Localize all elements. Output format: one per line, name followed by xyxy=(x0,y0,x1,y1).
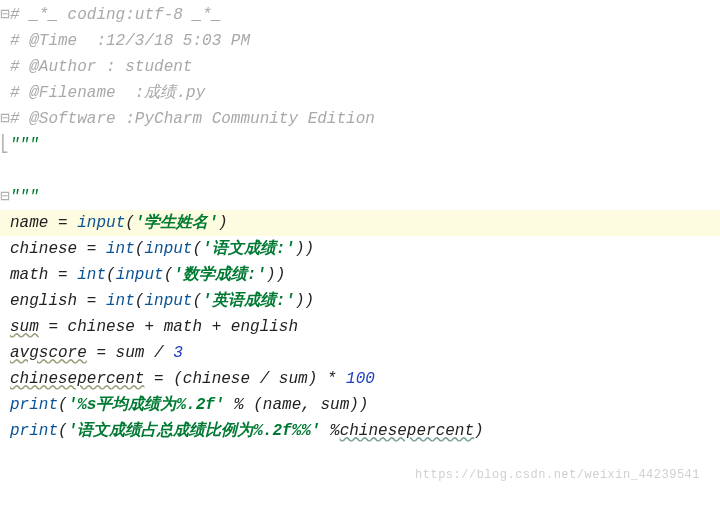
paren: ( xyxy=(58,422,68,440)
code-line[interactable]: chinesepercent = (chinese / sum) * 100 xyxy=(0,366,720,392)
builtin-print: print xyxy=(10,422,58,440)
code-line[interactable]: ⊟# _*_ coding:utf-8 _*_ xyxy=(0,2,720,28)
code-line[interactable]: print('语文成绩占总成绩比例为%.2f%%' %chinesepercen… xyxy=(0,418,720,496)
gutter xyxy=(0,262,10,288)
paren: )) xyxy=(295,292,314,310)
code-line[interactable]: # @Filename :成绩.py xyxy=(0,80,720,106)
expression: % (name, sum)) xyxy=(224,396,368,414)
paren: ) xyxy=(218,214,228,232)
paren: )) xyxy=(266,266,285,284)
string-literal: '英语成绩:' xyxy=(202,292,295,310)
gutter-branch-icon: ⎣ xyxy=(0,132,10,158)
builtin-input: input xyxy=(116,266,164,284)
gutter-fold-icon[interactable]: ⊟ xyxy=(0,184,10,210)
paren: ( xyxy=(192,292,202,310)
paren: ( xyxy=(106,266,116,284)
code-line[interactable]: ⊟# @Software :PyCharm Community Edition xyxy=(0,106,720,132)
code-line-blank[interactable] xyxy=(0,158,720,184)
variable-warning: chinesepercent xyxy=(340,422,474,440)
gutter xyxy=(0,288,10,314)
paren: ( xyxy=(192,240,202,258)
paren: ( xyxy=(135,240,145,258)
code-line[interactable]: sum = chinese + math + english xyxy=(0,314,720,340)
number-literal: 3 xyxy=(173,344,183,362)
docstring-quote: """ xyxy=(10,136,39,154)
comment: # @Filename :成绩.py xyxy=(10,84,205,102)
paren: ) xyxy=(474,422,484,440)
paren: ( xyxy=(58,396,68,414)
comment: # @Time :12/3/18 5:03 PM xyxy=(10,32,250,50)
builtin-int: int xyxy=(106,240,135,258)
variable-warning: chinesepercent xyxy=(10,370,144,388)
variable-shadow-warning: sum xyxy=(10,318,39,336)
gutter xyxy=(0,392,10,418)
paren: )) xyxy=(295,240,314,258)
watermark-text: https://blog.csdn.net/weixin_44239541 xyxy=(415,462,700,488)
expression: = sum / xyxy=(87,344,173,362)
variable-warning: avgscore xyxy=(10,344,87,362)
number-literal: 100 xyxy=(346,370,375,388)
expression: = chinese + math + english xyxy=(39,318,298,336)
builtin-int: int xyxy=(106,292,135,310)
gutter xyxy=(0,314,10,340)
gutter xyxy=(0,28,10,54)
builtin-input: input xyxy=(77,214,125,232)
paren: ( xyxy=(125,214,135,232)
code-line[interactable]: english = int(input('英语成绩:')) xyxy=(0,288,720,314)
gutter xyxy=(0,158,10,184)
code-line[interactable]: # @Time :12/3/18 5:03 PM xyxy=(0,28,720,54)
operator: % xyxy=(320,422,339,440)
gutter-fold-icon[interactable]: ⊟ xyxy=(0,2,10,28)
builtin-input: input xyxy=(144,292,192,310)
assignment: english = xyxy=(10,292,106,310)
assignment: math = xyxy=(10,266,77,284)
string-literal: '%s平均成绩为%.2f' xyxy=(68,396,225,414)
code-line[interactable]: ⊟""" xyxy=(0,184,720,210)
string-literal: '语文成绩占总成绩比例为%.2f%%' xyxy=(68,422,321,440)
string-literal: '学生姓名' xyxy=(135,214,218,232)
code-line[interactable]: avgscore = sum / 3 xyxy=(0,340,720,366)
gutter xyxy=(0,210,10,236)
assignment: chinese = xyxy=(10,240,106,258)
gutter xyxy=(0,340,10,366)
builtin-print: print xyxy=(10,396,58,414)
code-editor[interactable]: ⊟# _*_ coding:utf-8 _*_ # @Time :12/3/18… xyxy=(0,0,720,496)
string-literal: '数学成绩:' xyxy=(173,266,266,284)
code-line[interactable]: ⎣""" xyxy=(0,132,720,158)
code-line[interactable]: print('%s平均成绩为%.2f' % (name, sum)) xyxy=(0,392,720,418)
gutter xyxy=(0,366,10,392)
gutter-fold-icon[interactable]: ⊟ xyxy=(0,106,10,132)
gutter xyxy=(0,80,10,106)
code-line-highlighted[interactable]: name = input('学生姓名') xyxy=(0,210,720,236)
gutter xyxy=(0,54,10,80)
string-literal: '语文成绩:' xyxy=(202,240,295,258)
builtin-input: input xyxy=(144,240,192,258)
paren: ( xyxy=(164,266,174,284)
code-line[interactable]: # @Author : student xyxy=(0,54,720,80)
comment: # @Software :PyCharm Community Edition xyxy=(10,110,375,128)
gutter xyxy=(0,236,10,262)
docstring-quote: """ xyxy=(10,188,39,206)
comment: # @Author : student xyxy=(10,58,192,76)
builtin-int: int xyxy=(77,266,106,284)
expression: = (chinese / sum) * xyxy=(144,370,346,388)
gutter xyxy=(0,418,10,444)
comment: # _*_ coding:utf-8 _*_ xyxy=(10,6,221,24)
paren: ( xyxy=(135,292,145,310)
code-line[interactable]: chinese = int(input('语文成绩:')) xyxy=(0,236,720,262)
assignment: name = xyxy=(10,214,77,232)
code-line[interactable]: math = int(input('数学成绩:')) xyxy=(0,262,720,288)
